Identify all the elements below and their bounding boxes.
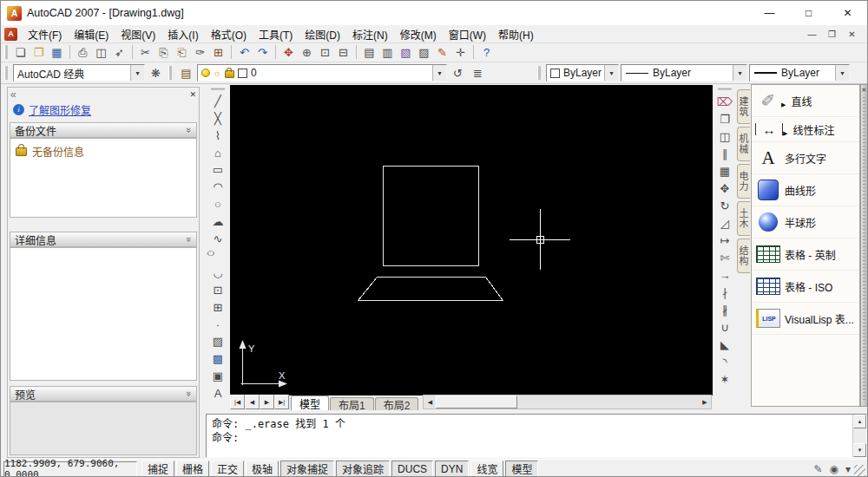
new-file-icon[interactable]: ❏ (11, 43, 30, 61)
model-space-canvas[interactable]: Y X (230, 85, 713, 395)
toolbar-grip[interactable] (718, 87, 732, 90)
command-scrollbar[interactable]: ▴ ▾ (852, 415, 866, 457)
line-icon[interactable]: ╱ (209, 93, 227, 110)
chevron-down-icon[interactable]: ▾ (604, 65, 618, 81)
flyout-arrow-icon[interactable]: ▶ (783, 130, 787, 137)
paste-icon[interactable]: ⎗ (173, 43, 191, 61)
tool-palette-item[interactable]: 半球形 (752, 206, 859, 238)
palette-tab[interactable]: 土木 (737, 201, 750, 236)
layer-previous-icon[interactable]: ↺ (449, 64, 467, 82)
palette-tab[interactable]: 电力 (737, 164, 750, 199)
status-toggle-button[interactable]: 栅格 (176, 461, 209, 477)
minimize-button[interactable]: — (750, 1, 789, 25)
menu-item[interactable]: 帮助(H) (492, 25, 540, 42)
region-icon[interactable]: ▣ (209, 367, 227, 384)
tool-palette-item[interactable]: ▶ 线性标注 (752, 117, 859, 142)
status-toggle-button[interactable]: 极轴 (246, 461, 279, 477)
recovery-help-link[interactable]: 了解图形修复 (29, 102, 91, 117)
chevron-down-icon[interactable]: ▾ (130, 65, 144, 81)
status-toggle-button[interactable]: 线宽 (470, 461, 503, 477)
status-toggle-button[interactable]: 捕捉 (141, 461, 174, 477)
mirror-icon[interactable]: ◫ (716, 127, 733, 145)
status-toggle-button[interactable]: DUCS (391, 461, 433, 477)
revision-cloud-icon[interactable]: ☁ (209, 212, 227, 230)
scale-icon[interactable]: ◿ (716, 214, 733, 232)
erase-icon[interactable]: ⌦ (716, 93, 733, 110)
extend-icon[interactable]: → (716, 266, 733, 284)
tool-palette-item[interactable]: 多行文字 (752, 142, 859, 174)
close-button[interactable]: ✕ (828, 1, 867, 25)
prev-layout-button[interactable]: ◀ (245, 395, 260, 409)
communication-center-icon[interactable]: ◉ (829, 463, 838, 475)
resize-grip[interactable] (854, 465, 865, 476)
make-block-icon[interactable]: ⊞ (209, 298, 227, 316)
layout-tab[interactable]: 模型 (291, 395, 329, 410)
tool-palettes-icon[interactable]: ▧ (397, 43, 415, 61)
menu-item[interactable]: 绘图(D) (299, 25, 346, 42)
panel-close-icon[interactable]: ✕ (189, 90, 196, 99)
horizontal-scrollbar[interactable]: ◀ ▶ (423, 395, 712, 409)
plot-icon[interactable]: ⎙ (74, 43, 92, 61)
color-combo[interactable]: ByLayer ▾ (546, 64, 619, 82)
layout-tab[interactable]: 布局2 (375, 397, 419, 410)
offset-icon[interactable]: ∥ (716, 145, 733, 162)
status-toggle-button[interactable]: 对象捕捉 (280, 461, 334, 477)
properties-icon[interactable]: ▤ (360, 43, 378, 61)
array-icon[interactable]: ▦ (716, 162, 733, 180)
layer-on-icon[interactable] (201, 69, 210, 77)
layer-combo[interactable]: ☼ 0 ▾ (197, 64, 447, 82)
chevron-down-icon[interactable]: ▾ (733, 65, 746, 81)
lineweight-combo[interactable]: ByLayer ▾ (749, 64, 850, 82)
backup-files-box[interactable]: 无备份信息 (10, 138, 197, 218)
spline-icon[interactable]: ∿ (209, 230, 227, 247)
palette-tab[interactable]: 结构 (737, 238, 750, 273)
collapse-chevron-icon[interactable]: » (184, 237, 194, 242)
menu-item[interactable]: 格式(O) (205, 25, 253, 42)
join-icon[interactable]: ∪ (716, 318, 733, 336)
monitor-rectangle[interactable] (384, 167, 479, 266)
workspace-combo[interactable]: AutoCAD 经典 ▾ (13, 64, 145, 82)
polygon-icon[interactable]: ⌂ (209, 144, 227, 161)
collapse-chevron-icon[interactable]: » (184, 127, 194, 133)
status-toggle-button[interactable]: 模型 (505, 461, 538, 477)
chevron-down-icon[interactable]: ▾ (432, 65, 446, 81)
scroll-up-icon[interactable]: ▴ (853, 415, 866, 428)
menu-item[interactable]: 工具(T) (253, 25, 299, 42)
arc-icon[interactable]: ◠ (209, 179, 227, 196)
gradient-icon[interactable]: ▩ (209, 350, 227, 368)
palette-tab[interactable]: 机械 (737, 127, 750, 161)
move-icon[interactable]: ✥ (716, 180, 733, 197)
mtext-icon[interactable]: A (209, 384, 227, 402)
preview-section-header[interactable]: 预览 » (10, 386, 197, 402)
menu-item[interactable]: 修改(M) (394, 25, 443, 42)
palette-grip[interactable] (863, 97, 865, 402)
coordinate-display[interactable]: 1182.9909, 679.9060, 0.0000 (3, 461, 137, 477)
first-layout-button[interactable]: |◀ (230, 395, 245, 409)
doc-close-icon[interactable]: ✕ (842, 27, 862, 41)
keyboard-trapezoid[interactable] (358, 278, 503, 301)
publish-icon[interactable]: ➶ (110, 43, 128, 61)
command-history[interactable]: 命令: _.erase 找到 1 个 命令: (207, 415, 852, 457)
insert-block-icon[interactable]: ⊡ (209, 282, 227, 299)
pan-icon[interactable]: ✥ (279, 43, 298, 61)
chamfer-icon[interactable]: ◣ (716, 336, 733, 353)
ellipse-arc-icon[interactable]: ◡ (209, 265, 227, 282)
explode-icon[interactable]: ✶ (716, 370, 733, 388)
markup-set-manager-icon[interactable]: ✎ (433, 43, 451, 61)
status-toggle-button[interactable]: 对象追踪 (336, 461, 390, 477)
toolbar-grip[interactable] (4, 45, 8, 59)
tool-palette-item[interactable]: 表格 - ISO (752, 271, 859, 303)
tool-palette-item[interactable]: 表格 - 英制 (752, 238, 859, 271)
menu-item[interactable]: 视图(V) (115, 25, 161, 42)
backup-section-header[interactable]: 备份文件 » (10, 122, 197, 138)
status-toggle-button[interactable]: 正交 (211, 461, 244, 477)
designcenter-icon[interactable]: ▥ (378, 43, 397, 61)
zoom-realtime-icon[interactable]: ⊕ (298, 43, 316, 61)
tool-palette-item[interactable]: ▶ 直线 (752, 85, 859, 117)
open-file-icon[interactable]: ❐ (30, 43, 48, 61)
menu-item[interactable]: 插入(I) (161, 25, 204, 42)
last-layout-button[interactable]: ▶| (274, 395, 289, 409)
layer-lock-icon[interactable] (225, 70, 234, 78)
construction-line-icon[interactable]: ╳ (209, 110, 227, 127)
doc-restore-icon[interactable]: ❐ (822, 27, 842, 41)
